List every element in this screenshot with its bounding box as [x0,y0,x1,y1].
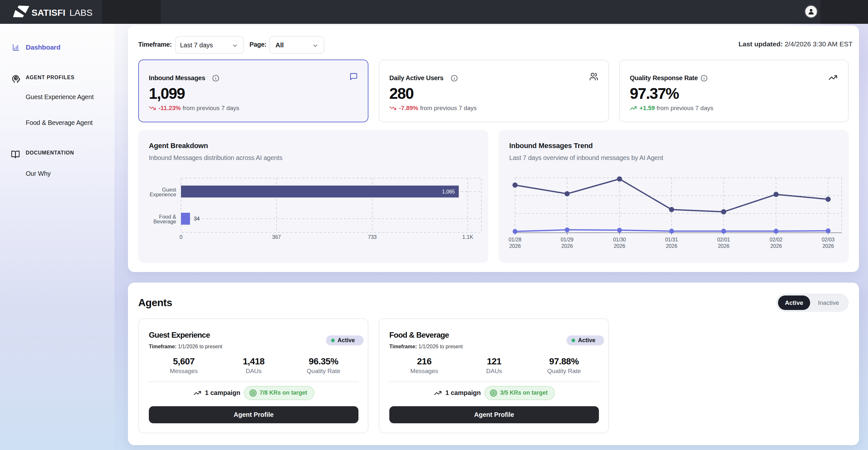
svg-text:1,065: 1,065 [442,189,455,194]
svg-text:Experience: Experience [150,192,176,197]
svg-text:2026: 2026 [561,243,573,249]
svg-text:367: 367 [272,234,281,240]
svg-text:1.1K: 1.1K [462,234,473,240]
svg-text:02/02: 02/02 [770,237,782,243]
svg-text:01/31: 01/31 [665,237,678,243]
svg-text:01/30: 01/30 [613,237,626,243]
svg-text:2026: 2026 [770,243,782,249]
svg-text:Beverage: Beverage [153,219,176,224]
svg-text:0: 0 [179,234,182,240]
svg-text:02/03: 02/03 [822,237,835,243]
svg-text:01/28: 01/28 [508,237,522,243]
svg-text:733: 733 [368,234,377,240]
svg-text:2026: 2026 [718,243,730,249]
svg-text:2026: 2026 [614,243,625,249]
svg-text:2026: 2026 [666,243,677,249]
svg-text:2026: 2026 [509,243,521,249]
svg-text:34: 34 [194,216,199,222]
svg-text:2026: 2026 [823,243,834,249]
svg-text:02/01: 02/01 [717,237,730,243]
svg-text:01/29: 01/29 [561,237,574,243]
